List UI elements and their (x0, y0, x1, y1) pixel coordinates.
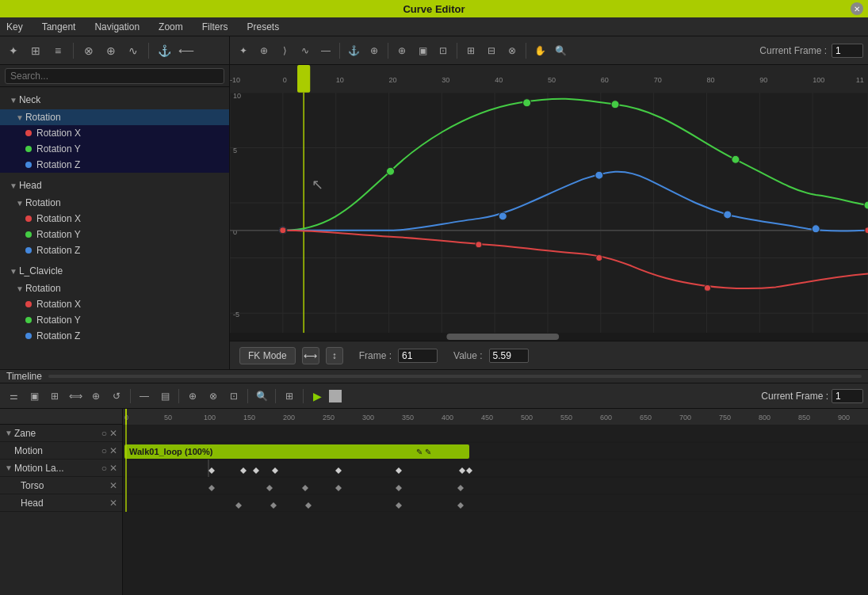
torso-close-icon[interactable]: ✕ (109, 480, 117, 491)
split-icon[interactable]: ⊕ (102, 42, 120, 59)
tl-loop-icon[interactable]: ⊡ (225, 387, 243, 405)
tree-row-l-clav-rot-z[interactable]: Rotation Z (0, 328, 229, 344)
tl-keys-icon[interactable]: ⚌ (5, 387, 22, 405)
menu-presets[interactable]: Presets (243, 20, 282, 34)
tree-row-neck-rotation[interactable]: ▼ Rotation (0, 109, 229, 125)
motion-la-circle-icon[interactable]: ○ (101, 463, 107, 474)
select-tool-icon[interactable]: ✦ (5, 42, 22, 59)
frame-icon[interactable]: ▣ (414, 42, 431, 59)
move-icon[interactable]: ⊕ (365, 42, 383, 59)
menu-filters[interactable]: Filters (199, 20, 231, 34)
fit-icon[interactable]: ⊡ (434, 42, 452, 59)
tree-row-neck[interactable]: ▼ Neck (0, 92, 229, 108)
motion-la-arrow[interactable]: ▼ (5, 463, 13, 472)
crosshair-icon[interactable]: ⊕ (393, 42, 411, 59)
wave-icon[interactable]: ∿ (124, 42, 142, 59)
tl-motion-icon[interactable]: ▤ (156, 387, 174, 405)
zane-close-icon[interactable]: ✕ (109, 428, 117, 439)
cf-input[interactable] (832, 389, 863, 403)
cs-icon1[interactable]: ⟷ (302, 347, 319, 364)
smooth-tangent-icon[interactable]: ∿ (296, 42, 314, 59)
close-button[interactable]: ✕ (851, 2, 863, 15)
filter-icon[interactable]: ⊗ (80, 42, 98, 59)
tangent-break-icon[interactable]: ⊗ (503, 42, 521, 59)
menu-tangent[interactable]: Tangent (39, 20, 79, 34)
zane-circle-icon[interactable]: ○ (101, 428, 107, 439)
curve-canvas-area[interactable]: -10 0 10 20 30 40 50 60 70 80 90 100 11 … (230, 65, 868, 341)
head-rot-arrow[interactable]: ▼ (16, 199, 24, 208)
tree-row-head-rot-z[interactable]: Rotation Z (0, 242, 229, 258)
break-tangent-icon[interactable]: ⟩ (276, 42, 293, 59)
tree-row-head[interactable]: ▼ Head (0, 177, 229, 193)
anchor-key-icon[interactable]: ⚓ (345, 42, 362, 59)
value-input[interactable] (489, 349, 529, 363)
tangent-icon[interactable]: ⟵ (178, 42, 195, 59)
l-clav-arrow[interactable]: ▼ (10, 267, 17, 276)
anchor-icon[interactable]: ⚓ (155, 42, 173, 59)
tl-splitclip-icon[interactable]: ⊗ (205, 387, 222, 405)
stop-button[interactable] (329, 390, 342, 402)
neck-rot-arrow[interactable]: ▼ (16, 113, 24, 122)
add-key-icon[interactable]: ⊕ (255, 42, 273, 59)
tl-addclip-icon[interactable]: ⊕ (184, 387, 201, 405)
head-arrow[interactable]: ▼ (10, 181, 17, 190)
tl-frame-icon[interactable]: ▣ (25, 387, 43, 405)
frame-value-input[interactable] (398, 349, 438, 363)
svg-text:200: 200 (283, 414, 295, 421)
tree-row-head-rot-y[interactable]: Rotation Y (0, 227, 229, 242)
group-icon[interactable]: ⊞ (27, 42, 44, 59)
fk-mode-button[interactable]: FK Mode (239, 347, 296, 364)
tl-rotate-icon[interactable]: ↺ (108, 387, 125, 405)
l-clav-rot-arrow[interactable]: ▼ (16, 284, 24, 293)
tree-row-l-clav-rot-y[interactable]: Rotation Y (0, 312, 229, 328)
zoom-sel-icon[interactable]: ⊟ (483, 42, 500, 59)
zane-icons: ○ ✕ (101, 428, 117, 439)
neck-label: Neck (19, 94, 40, 105)
tree-row-neck-rot-x[interactable]: Rotation X (0, 125, 229, 141)
tree-row-l-clav-rotation[interactable]: ▼ Rotation (0, 280, 229, 296)
play-button[interactable]: ▶ (308, 387, 326, 405)
motion-close-icon[interactable]: ✕ (109, 445, 117, 456)
layers-icon[interactable]: ≡ (49, 42, 67, 59)
svg-text:400: 400 (442, 414, 453, 421)
zoom-fit-icon[interactable]: ⊞ (462, 42, 480, 59)
motion-la-close-icon[interactable]: ✕ (109, 463, 117, 474)
search-input[interactable] (5, 68, 224, 84)
cf-label: Current Frame : (761, 391, 828, 402)
tree-row-head-rotation[interactable]: ▼ Rotation (0, 195, 229, 211)
timeline-resize-handle[interactable] (48, 375, 862, 378)
menu-bar: Key Tangent Navigation Zoom Filters Pres… (0, 17, 868, 36)
neck-arrow[interactable]: ▼ (10, 96, 17, 105)
tree-row-neck-rot-y[interactable]: Rotation Y (0, 141, 229, 157)
cs-icon2[interactable]: ↕ (326, 347, 343, 364)
tree-row-head-rot-x[interactable]: Rotation X (0, 211, 229, 227)
menu-navigation[interactable]: Navigation (91, 20, 143, 34)
neck-rot-x-label: Rotation X (36, 128, 81, 139)
mag-icon[interactable]: 🔍 (552, 42, 569, 59)
tl-export-icon[interactable]: ⊞ (281, 387, 298, 405)
menu-key[interactable]: Key (3, 20, 26, 34)
svg-text:50: 50 (164, 414, 172, 421)
tl-link-icon[interactable]: ⟺ (67, 387, 84, 405)
hand-icon[interactable]: ✋ (531, 42, 549, 59)
menu-zoom[interactable]: Zoom (155, 20, 186, 34)
tl-zoom-icon[interactable]: 🔍 (253, 387, 270, 405)
svg-point-53 (596, 255, 602, 261)
neck-rotation-label: Rotation (25, 112, 61, 123)
move-key-icon[interactable]: ✦ (235, 42, 252, 59)
svg-point-41 (386, 167, 394, 175)
head-rot-x-dot (25, 215, 32, 222)
tl-file-icon[interactable]: ⊞ (46, 387, 63, 405)
sep2 (388, 43, 388, 59)
zane-arrow[interactable]: ▼ (5, 429, 13, 437)
tree-row-l-clav-rot-x[interactable]: Rotation X (0, 296, 229, 312)
tree-row-l-clavicle[interactable]: ▼ L_Clavicle (0, 263, 229, 279)
svg-text:650: 650 (640, 414, 652, 421)
current-frame-input[interactable] (832, 44, 863, 58)
tl-minus-icon[interactable]: — (136, 387, 153, 405)
motion-circle-icon[interactable]: ○ (101, 445, 107, 456)
head-tl-close-icon[interactable]: ✕ (109, 498, 117, 509)
tl-add-icon[interactable]: ⊕ (87, 387, 105, 405)
flat-tangent-icon[interactable]: — (317, 42, 335, 59)
tree-row-neck-rot-z[interactable]: Rotation Z (0, 157, 229, 173)
